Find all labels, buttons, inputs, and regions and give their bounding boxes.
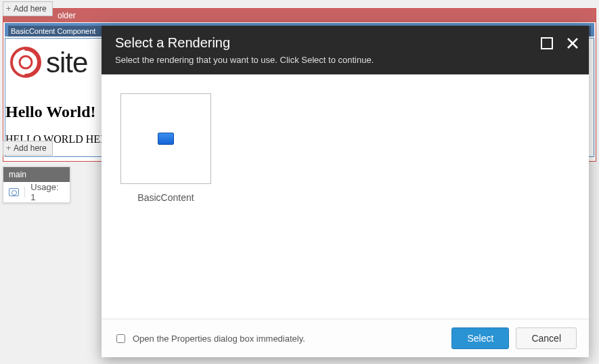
- dialog-footer: Open the Properties dialog box immediate…: [102, 319, 589, 357]
- open-properties-option[interactable]: Open the Properties dialog box immediate…: [114, 332, 305, 345]
- placeholder-usage-row[interactable]: Usage: 1: [3, 182, 70, 202]
- add-here-label: Add here: [14, 143, 47, 153]
- plus-icon: +: [6, 143, 11, 153]
- usage-count-label: Usage: 1: [30, 182, 64, 202]
- cancel-button[interactable]: Cancel: [516, 327, 577, 349]
- add-here-button-bottom[interactable]: + Add here: [3, 141, 53, 156]
- logo-text: site: [46, 47, 87, 79]
- add-here-label: Add here: [14, 4, 47, 14]
- placeholder-tab-label: main: [9, 170, 26, 179]
- rendering-list: BasicContent: [120, 93, 570, 203]
- close-icon[interactable]: [566, 37, 579, 50]
- dialog-header: Select a Rendering Select the rendering …: [102, 26, 589, 74]
- placeholder-info-card: main Usage: 1: [3, 166, 70, 203]
- svg-point-1: [20, 56, 32, 68]
- maximize-icon[interactable]: [540, 37, 554, 50]
- rendering-item-basiccontent[interactable]: BasicContent: [120, 93, 211, 203]
- dialog-title: Select a Rendering: [115, 35, 575, 51]
- select-button[interactable]: Select: [451, 327, 509, 349]
- open-properties-checkbox[interactable]: [116, 334, 125, 343]
- sitecore-logo-icon: [9, 45, 43, 79]
- rendering-thumb: [120, 93, 211, 184]
- rendering-label: BasicContent: [137, 192, 194, 203]
- rendering-icon: [9, 188, 19, 196]
- dialog-body: BasicContent: [102, 74, 589, 319]
- select-rendering-dialog: Select a Rendering Select the rendering …: [102, 26, 589, 357]
- dialog-subtitle: Select the rendering that you want to us…: [115, 55, 575, 65]
- svg-rect-2: [541, 38, 552, 49]
- placeholder-tab-main[interactable]: main: [3, 167, 70, 182]
- page-editor-canvas: older + Add here BasicContent Component …: [0, 0, 599, 364]
- open-properties-label: Open the Properties dialog box immediate…: [133, 334, 305, 344]
- placeholder-name-label: older: [58, 9, 76, 22]
- plus-icon: +: [6, 4, 11, 14]
- content-heading: Hello World!: [5, 103, 96, 121]
- document-icon: [158, 133, 174, 145]
- divider: [24, 187, 25, 198]
- component-label: BasicContent Component: [11, 27, 95, 35]
- add-here-button-top[interactable]: + Add here: [3, 1, 53, 16]
